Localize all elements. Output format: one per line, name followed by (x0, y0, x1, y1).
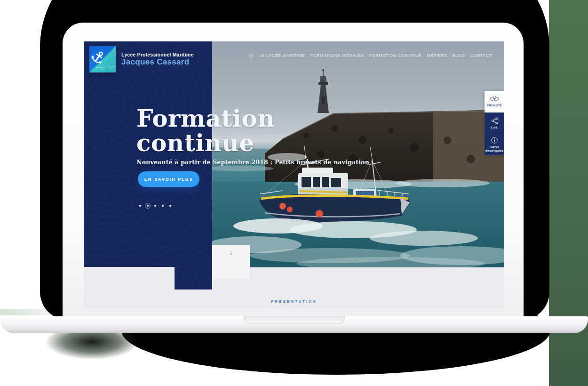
down-arrow-icon: ↓ (230, 249, 233, 279)
nav-item-contact[interactable]: CONTACT (470, 53, 492, 58)
live-widget[interactable]: LIVE (485, 113, 504, 134)
nav-separator: · (449, 53, 451, 58)
nav-item-formations-initiales[interactable]: FORMATIONS INITIALES (310, 53, 365, 58)
presentation-section-link[interactable]: PRESENTATION (84, 299, 504, 304)
browser-viewport: ⚓ Lycée Professionnel Maritime Jacques C… (84, 41, 504, 308)
butterfly-icon (489, 96, 500, 103)
live-label: LIVE (491, 126, 498, 130)
carousel-dots (139, 202, 177, 209)
main-nav: · LE LYCÉE MARITIME · FORMATIONS INITIAL… (248, 51, 492, 60)
lighthouse-icon (318, 69, 329, 113)
carousel-dot-0[interactable] (139, 205, 141, 207)
hero-title-line2: continue (136, 129, 254, 157)
site-logo[interactable]: ⚓ Lycée Professionnel Maritime Jacques C… (89, 46, 193, 72)
pronote-widget[interactable]: PRONOTE (485, 91, 504, 113)
en-savoir-plus-button[interactable]: EN SAVOIR PLUS (138, 171, 199, 187)
logo-school-type: Lycée Professionnel Maritime (121, 52, 193, 57)
nav-separator: · (307, 53, 309, 58)
nav-separator: · (256, 53, 257, 58)
nav-item-blog[interactable]: BLOG (453, 53, 465, 58)
info-circle-icon (490, 136, 499, 145)
laptop-base-notch (244, 316, 345, 324)
nav-item-formation-continue[interactable]: FORMATION CONTINUE (369, 53, 422, 58)
scroll-down-box[interactable]: ↓ (212, 245, 250, 279)
pronote-label: PRONOTE (487, 104, 502, 108)
nav-item-metiers[interactable]: MÉTIERS (427, 53, 447, 58)
hero-title-line1: Formation (136, 105, 275, 132)
infos-pratiques-widget[interactable]: INFOS PRATIQUES (485, 134, 504, 155)
logo-text: Lycée Professionnel Maritime Jacques Cas… (121, 52, 193, 67)
hero-navy-panel-extension (175, 267, 212, 290)
carousel-dot-1[interactable] (147, 205, 149, 207)
logo-school-name: Jacques Cassard (121, 57, 193, 67)
nav-separator: · (366, 53, 367, 58)
carousel-dot-4[interactable] (169, 205, 171, 207)
laptop-mockup-scene: ⚓ Lycée Professionnel Maritime Jacques C… (0, 0, 588, 386)
nav-separator: · (424, 53, 425, 58)
quick-access-widgets: PRONOTE LIVE INFOS PRATIQUES (485, 91, 504, 155)
hero-subtitle: Nouveauté à partir de Septembre 2018 : P… (136, 159, 369, 166)
nav-item-lycee[interactable]: LE LYCÉE MARITIME (259, 53, 305, 58)
carousel-dot-3[interactable] (162, 205, 164, 207)
carousel-dot-2[interactable] (154, 205, 156, 207)
nav-separator: · (467, 53, 469, 58)
infos-pratiques-label: INFOS PRATIQUES (485, 146, 504, 153)
hero-title: Formation continue (136, 106, 275, 155)
logo-mark: ⚓ (89, 46, 116, 72)
share-nodes-icon (491, 117, 499, 125)
home-icon[interactable] (248, 53, 254, 58)
